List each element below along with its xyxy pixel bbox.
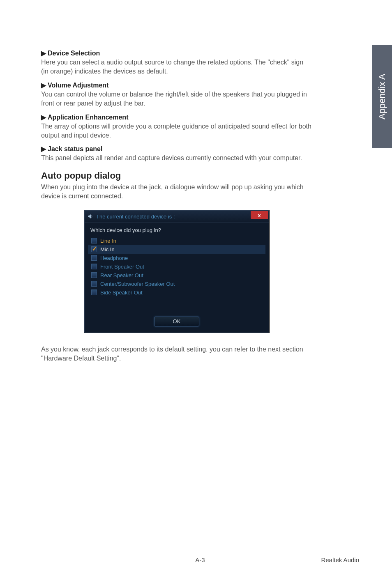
- body-application-enhancement: The array of options will provide you a …: [41, 122, 312, 140]
- heading-text: Application Enhancement: [48, 114, 128, 121]
- heading-text: Device Selection: [48, 50, 100, 57]
- close-button[interactable]: x: [251, 211, 268, 219]
- device-row[interactable]: Mic In: [88, 245, 265, 254]
- dialog-footer: OK: [85, 313, 269, 332]
- device-label: Side Speaker Out: [100, 289, 143, 296]
- device-row[interactable]: Center/Subwoofer Speaker Out: [88, 280, 265, 288]
- device-checkbox[interactable]: [91, 281, 97, 287]
- dialog-title-text: The current connected device is :: [96, 214, 175, 220]
- device-row[interactable]: Line In: [88, 237, 265, 245]
- heading-text: Jack status panel: [48, 145, 102, 152]
- device-checkbox[interactable]: [91, 272, 97, 278]
- device-label: Headphone: [100, 255, 128, 261]
- device-row[interactable]: Rear Speaker Out: [88, 271, 265, 280]
- dialog-titlebar: The current connected device is : x: [85, 211, 269, 223]
- heading-device-selection: ▶Device Selection: [41, 49, 312, 57]
- device-row[interactable]: Front Speaker Out: [88, 262, 265, 271]
- device-checkbox[interactable]: [91, 264, 97, 269]
- closing-text: As you know, each jack corresponds to it…: [41, 345, 312, 363]
- dialog-spacer: [85, 299, 269, 313]
- device-label: Center/Subwoofer Speaker Out: [100, 281, 175, 287]
- arrow-icon: ▶: [41, 145, 46, 153]
- arrow-icon: ▶: [41, 49, 46, 57]
- heading-volume-adjustment: ▶Volume Adjustment: [41, 81, 312, 89]
- arrow-icon: ▶: [41, 81, 46, 89]
- body-device-selection: Here you can select a audio output sourc…: [41, 58, 312, 76]
- body-volume-adjustment: You can control the volume or balance th…: [41, 90, 312, 108]
- device-checkbox[interactable]: [91, 255, 97, 261]
- device-checkbox[interactable]: [91, 289, 97, 295]
- side-tab-appendix: Appendix A: [372, 45, 392, 148]
- device-label: Rear Speaker Out: [100, 272, 143, 278]
- device-checkbox[interactable]: [91, 246, 97, 252]
- device-row[interactable]: Headphone: [88, 254, 265, 262]
- dialog-prompt: Which device did you plug in?: [85, 223, 269, 237]
- device-label: Mic In: [100, 246, 115, 253]
- device-label: Front Speaker Out: [100, 264, 144, 270]
- dialog-screenshot-wrap: The current connected device is : x Whic…: [41, 210, 312, 333]
- body-auto-popup: When you plug into the device at the jac…: [41, 183, 312, 201]
- page-footer: A-3 Realtek Audio: [41, 552, 359, 563]
- heading-text: Volume Adjustment: [48, 82, 108, 89]
- speaker-icon: [87, 213, 94, 220]
- page-content: ▶Device Selection Here you can select a …: [0, 0, 345, 363]
- device-row[interactable]: Side Speaker Out: [88, 288, 265, 297]
- device-label: Line In: [100, 238, 116, 244]
- device-checkbox[interactable]: [91, 238, 97, 243]
- section-title-auto-popup: Auto popup dialog: [41, 170, 312, 181]
- heading-application-enhancement: ▶Application Enhancement: [41, 113, 312, 121]
- page-number: A-3: [195, 556, 205, 563]
- heading-jack-status: ▶Jack status panel: [41, 145, 312, 153]
- dialog-title-left: The current connected device is :: [87, 213, 175, 220]
- jack-detect-dialog: The current connected device is : x Whic…: [84, 210, 269, 333]
- device-list: Line InMic InHeadphoneFront Speaker OutR…: [85, 237, 269, 299]
- footer-right: Realtek Audio: [321, 556, 359, 563]
- ok-button[interactable]: OK: [154, 317, 199, 326]
- body-jack-status: This panel depicts all render and captur…: [41, 154, 312, 163]
- arrow-icon: ▶: [41, 113, 46, 121]
